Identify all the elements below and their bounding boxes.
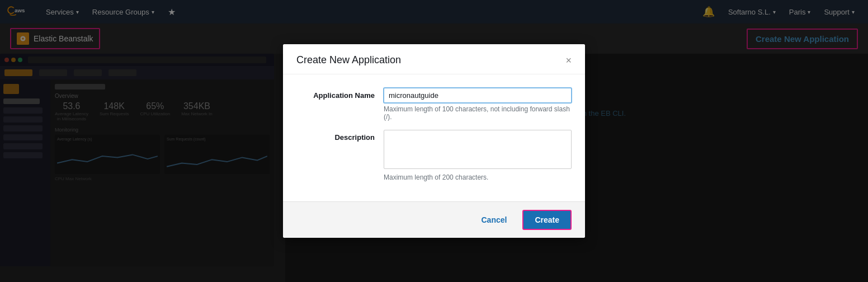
create-button[interactable]: Create <box>522 210 572 230</box>
app-name-row: Application Name Maximum length of 100 c… <box>296 88 572 121</box>
app-name-label: Application Name <box>296 88 375 100</box>
dialog-header: Create New Application × <box>283 44 585 74</box>
description-field-wrap: Maximum length of 200 characters. <box>384 130 572 181</box>
dialog-close-button[interactable]: × <box>565 55 572 65</box>
dialog-footer: Cancel Create <box>283 201 585 238</box>
app-name-hint: Maximum length of 100 characters, not in… <box>384 105 572 121</box>
dialog-title: Create New Application <box>296 54 401 66</box>
dialog-body: Application Name Maximum length of 100 c… <box>283 74 585 201</box>
description-hint: Maximum length of 200 characters. <box>384 173 572 181</box>
app-name-input[interactable] <box>384 88 572 103</box>
description-label: Description <box>296 130 375 142</box>
description-row: Description Maximum length of 200 charac… <box>296 130 572 181</box>
create-new-application-dialog: Create New Application × Application Nam… <box>283 44 585 238</box>
app-name-field-wrap: Maximum length of 100 characters, not in… <box>384 88 572 121</box>
description-input[interactable] <box>384 130 572 169</box>
cancel-button[interactable]: Cancel <box>474 212 513 228</box>
